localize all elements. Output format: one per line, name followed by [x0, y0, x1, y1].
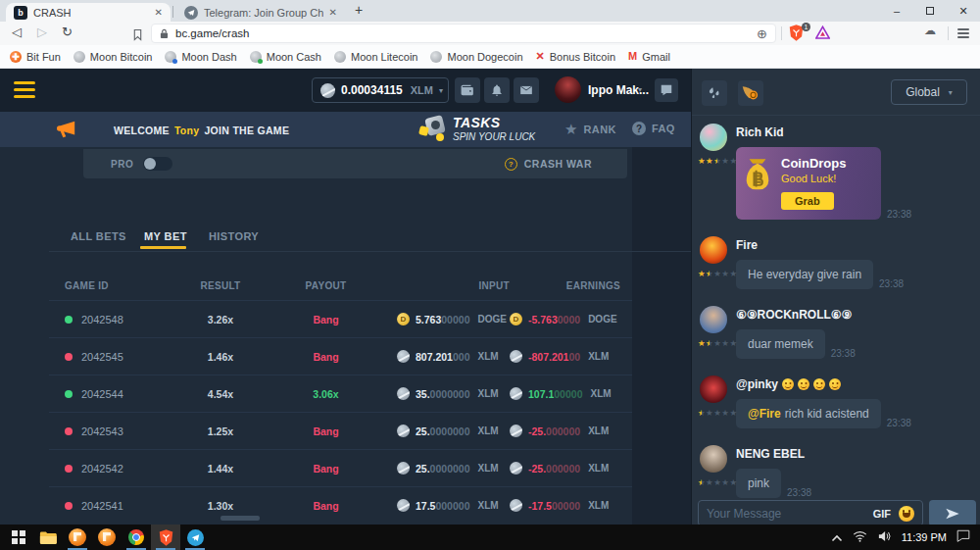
bookmark-moon-dogecoin[interactable]: Moon Dogecoin	[430, 51, 522, 63]
currency-label: XLM	[590, 388, 620, 399]
bookmark-bitfun[interactable]: ✚Bit Fun	[10, 51, 61, 63]
currency-label: XLM	[478, 351, 511, 362]
file-explorer-button[interactable]	[33, 525, 63, 550]
xlm-coin-icon	[397, 499, 410, 512]
grab-button[interactable]: Grab	[781, 192, 834, 210]
action-center-icon[interactable]	[956, 528, 970, 546]
avatar[interactable]	[700, 236, 727, 264]
bookmark-moon-bitcoin[interactable]: Moon Bitcoin	[74, 51, 153, 63]
tab-close-icon[interactable]: ✕	[329, 7, 337, 18]
chat-username[interactable]: NENG EBEL	[736, 447, 975, 461]
telegram-button[interactable]	[180, 525, 210, 550]
chat-message-input[interactable]	[707, 507, 865, 521]
scrollbar-thumb[interactable]	[220, 516, 260, 521]
send-button[interactable]	[929, 500, 976, 526]
tab-history[interactable]: HISTORY	[209, 230, 259, 242]
wallet-icon	[461, 83, 474, 97]
payout-value: Bang	[255, 314, 397, 325]
window-minimize-button[interactable]: –	[880, 0, 913, 22]
tab-close-icon[interactable]: ✕	[155, 7, 163, 18]
doge-coin-icon: D	[510, 313, 522, 325]
back-button[interactable]: ◁	[12, 25, 22, 39]
tab-my-bet[interactable]: MY BET	[144, 230, 187, 242]
crash-war-link[interactable]: ? CRASH WAR	[505, 158, 592, 171]
heart-eyes-emoji-icon	[782, 378, 794, 390]
browser-menu-icon[interactable]	[957, 28, 969, 38]
avatar[interactable]	[700, 124, 727, 151]
chat-username[interactable]: Fire	[736, 238, 975, 252]
user-avatar[interactable]	[555, 76, 581, 103]
tray-chevron-icon[interactable]	[831, 528, 843, 546]
message-bubble: @Firerich kid acistend	[736, 399, 881, 428]
chat-messages: ★★★★★★★★★★ Rich Kid CoinDrops Good Luck!…	[692, 116, 980, 498]
taskbar-app-button[interactable]	[63, 525, 92, 550]
messages-button[interactable]	[514, 77, 539, 103]
faq-link[interactable]: ? FAQ	[632, 122, 675, 135]
bookmark-moon-litecoin[interactable]: Moon Litecoin	[334, 51, 418, 63]
coindrop-button[interactable]	[738, 80, 763, 106]
star-rating: ★★★★★★★★★★	[698, 269, 738, 278]
gif-button[interactable]: GIF	[873, 508, 891, 520]
xlm-coin-icon	[510, 425, 522, 437]
balance-dropdown[interactable]: 0.00034115 XLM ▾	[312, 77, 449, 103]
address-bar[interactable]: bc.game/crash ⊕	[151, 24, 776, 43]
profile-cloud-icon[interactable]: ☁	[924, 24, 936, 37]
tasks-link[interactable]: TASKS SPIN YOUR LUCK	[453, 115, 535, 142]
chat-username[interactable]: @pinky	[736, 377, 975, 391]
chevron-down-icon: ▾	[439, 86, 443, 95]
avatar[interactable]	[700, 306, 727, 333]
rank-link[interactable]: ★ RANK	[564, 122, 616, 136]
window-close-button[interactable]: ✕	[947, 0, 980, 22]
amount-dim: 0000	[558, 314, 580, 325]
toolbar-separator	[948, 26, 949, 40]
tab-telegram[interactable]: Telegram: Join Group Chat ✕	[176, 3, 345, 22]
volume-icon[interactable]	[877, 528, 892, 546]
forward-button[interactable]: ▷	[37, 25, 47, 39]
brave-button[interactable]	[151, 525, 180, 550]
amount-dim: 000000	[546, 425, 580, 437]
new-tab-button[interactable]: +	[355, 2, 363, 18]
avatar[interactable]	[700, 445, 727, 473]
start-button[interactable]	[4, 525, 33, 550]
message-text: pink	[748, 476, 769, 490]
notifications-button[interactable]	[484, 77, 510, 103]
tab-all-bets[interactable]: ALL BETS	[71, 230, 126, 242]
rain-button[interactable]	[702, 80, 727, 106]
chat-username[interactable]: Rich Kid	[736, 125, 975, 139]
wifi-icon[interactable]	[853, 528, 867, 546]
clock[interactable]: 11:39 PM	[902, 531, 947, 543]
chat-input-box[interactable]: GIF	[698, 500, 923, 526]
tasks-dice-icon[interactable]	[419, 117, 447, 142]
chevron-down-icon[interactable]: ▾	[638, 85, 642, 94]
send-to-device-icon[interactable]: ⊕	[757, 26, 767, 41]
reload-button[interactable]: ↻	[62, 25, 73, 39]
chat-region-dropdown[interactable]: Global ▾	[891, 79, 967, 105]
chrome-button[interactable]	[122, 525, 151, 550]
bookmark-moon-cash[interactable]: Moon Cash	[250, 51, 321, 63]
bookmark-bonus-bitcoin[interactable]: ✕Bonus Bitcoin	[536, 51, 615, 63]
tab-crash[interactable]: b CRASH ✕	[6, 3, 171, 22]
hamburger-menu-icon[interactable]	[14, 81, 35, 98]
chat-username[interactable]: ⑥⑨ROCKnROLL⑥⑨	[736, 308, 975, 322]
chat-toggle-button[interactable]	[655, 78, 678, 102]
bookmark-moon-dash[interactable]: Moon Dash	[165, 51, 236, 63]
amount-dim: 00000	[554, 388, 582, 400]
url-text: bc.game/crash	[175, 27, 750, 39]
table-row: 2042543 1.25x Bang 25.0000000XLM -25.000…	[49, 412, 632, 449]
brave-shield-icon[interactable]: 1	[789, 25, 808, 42]
game-options-panel: PRO ? CRASH WAR	[83, 149, 627, 178]
bookmark-icon[interactable]	[132, 27, 143, 45]
extension-triangle-icon[interactable]	[815, 25, 830, 43]
emoji-picker-icon[interactable]	[899, 506, 914, 522]
wallet-button[interactable]	[455, 77, 480, 103]
pro-toggle[interactable]	[143, 157, 172, 171]
xlm-coin-icon	[510, 499, 522, 512]
taskbar-app-button[interactable]	[92, 525, 122, 550]
window-maximize-button[interactable]	[913, 0, 947, 22]
result-value: 1.44x	[186, 463, 255, 475]
currency-label: DOGE	[588, 314, 620, 325]
payout-value: 3.06x	[255, 388, 397, 400]
message-bubble: duar memek	[736, 329, 825, 359]
bookmark-gmail[interactable]: MGmail	[628, 51, 670, 63]
avatar[interactable]	[700, 375, 727, 403]
